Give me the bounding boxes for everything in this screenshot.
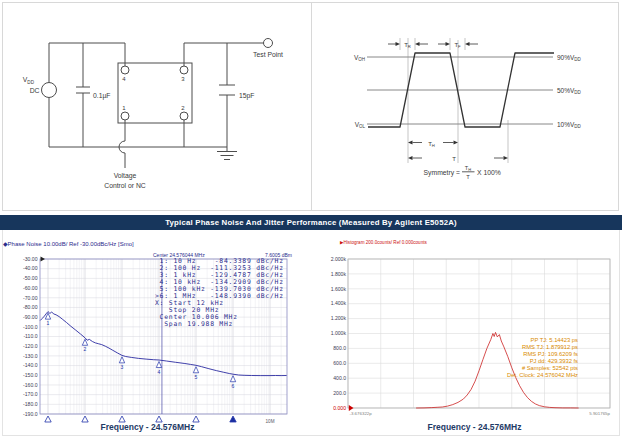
y-axis-tick-label: -170.0 <box>23 391 38 397</box>
x-axis-right-label: 5.901765p <box>589 411 610 416</box>
ic-pin-3 <box>180 66 188 74</box>
symmetry-denominator: T <box>466 174 470 180</box>
y-axis-tick-label: -110.0 <box>23 333 37 339</box>
curve-marker-number: 6 <box>232 383 235 389</box>
section-banner-title: Typical Phase Noise And Jitter Performan… <box>165 218 457 227</box>
test-circuit-diagram: VDD DC 0.1µF 15pF Test Point 4 3 1 2 Vol… <box>0 0 311 211</box>
jitter-statistics: PP TJ: 5.14423 psRMS TJ: 1.879912 psRMS … <box>451 337 578 379</box>
histogram-header: ▶Histogram 200.0counts/ Ref 0.000counts <box>340 240 427 245</box>
voh-label: VOH <box>354 54 365 63</box>
y-axis-tick-label: -40.00 <box>23 265 38 271</box>
curve-marker-number: 3 <box>121 364 124 370</box>
y-axis-tick-label: 0.000 <box>333 405 346 411</box>
ic-pin-4 <box>121 66 129 74</box>
load-capacitor <box>219 43 235 147</box>
symmetry-numerator: TH <box>465 165 471 172</box>
bypass-cap-label: 0.1µF <box>93 92 111 100</box>
high-time-label: TH <box>428 141 435 148</box>
phase-noise-chart: -30.00-40.00-50.00-60.00-70.00-80.00-90.… <box>0 236 311 436</box>
y-axis-tick-label: -190.0 <box>23 411 38 417</box>
ground-symbol <box>217 147 237 160</box>
dimension-arrows <box>388 42 508 172</box>
fall-time-label: TF <box>454 42 461 49</box>
vol-label: VOL <box>355 121 366 130</box>
pin1-label: 1 <box>122 105 126 111</box>
pin2-label: 2 <box>181 105 185 111</box>
y-axis-tick-label: -150.0 <box>23 372 38 378</box>
circuit-labels: VDD DC 0.1µF 15pF Test Point 4 3 1 2 Vol… <box>23 51 283 189</box>
vdd-label: VDD <box>23 76 35 85</box>
waveform-timing-diagram: VOH VOL 90%VDD 50%VDD 10%VDD TR TF TH T … <box>311 0 622 211</box>
curve-marker-number: 5 <box>195 374 198 380</box>
vdd-wire <box>49 43 125 83</box>
phase-noise-axis-title: Frequency - 24.576MHz <box>0 422 303 432</box>
jitter-histogram-chart: 2.000k1.800k1.600k1.400k1.200k1.000k800.… <box>311 236 622 436</box>
y-axis-tick-label: 1.200k <box>331 315 347 321</box>
y-axis-tick-label: -70.00 <box>23 295 38 301</box>
y-axis-tick-label: 1.000k <box>331 330 347 336</box>
period-label: T <box>452 156 456 162</box>
y-axis-tick-label: -60.00 <box>23 285 38 291</box>
level-90-label: 90%VDD <box>557 54 582 63</box>
marker-info-line: Span 19.988 MHz <box>155 321 284 328</box>
y-axis-tick-label: -120.0 <box>23 343 38 349</box>
y-axis-tick-label: 200.0 <box>333 390 346 396</box>
level-10-label: 10%VDD <box>557 121 582 130</box>
y-axis-tick-label: 400.0 <box>333 375 346 381</box>
y-axis-tick-label: -140.0 <box>23 362 38 368</box>
ic-pin-1 <box>121 112 129 120</box>
histogram-axis-title: Frequency - 24.576MHz <box>319 422 622 432</box>
bypass-capacitor <box>76 43 90 147</box>
symmetry-suffix: X 100% <box>477 169 501 176</box>
y-axis-tick-label: -130.0 <box>23 353 38 359</box>
y-axis-tick-label: -100.0 <box>23 324 38 330</box>
symmetry-label: Symmetry = <box>424 169 460 177</box>
marker-table: 1: 10 Hz -84.3389 dBc/Hz 2: 100 Hz -111.… <box>155 258 284 328</box>
y-axis-tick-label: 1.400k <box>331 300 347 306</box>
curve-marker-number: 2 <box>84 346 87 352</box>
load-cap-label: 15pF <box>239 92 255 100</box>
circuit-wires <box>42 39 273 169</box>
y-axis-tick-label: -50.00 <box>23 275 38 281</box>
y-axis-tick-label: -30.00 <box>23 256 38 262</box>
y-axis-tick-label: -160.0 <box>23 382 38 388</box>
test-point-label: Test Point <box>253 51 283 58</box>
jitter-stat-line: PJ dd: 429.3932 fs <box>451 358 578 365</box>
pin4-label: 4 <box>122 76 126 82</box>
jitter-stat-line: Det. Clock: 24.576042 MHz <box>451 372 578 379</box>
ic-pin-2 <box>180 112 188 120</box>
jitter-stat-line: RMS PJ: 109.6209 fs <box>451 351 578 358</box>
ref-level-arrow-icon <box>41 257 46 262</box>
jitter-histogram-plot: 2.000k1.800k1.600k1.400k1.200k1.000k800.… <box>311 236 622 436</box>
dc-source <box>42 83 57 98</box>
y-axis-tick-label: -180.0 <box>23 401 38 407</box>
y-axis-tick-label: 1.600k <box>331 286 347 292</box>
level-50-label: 50%VDD <box>557 87 582 96</box>
control-label-line2: Control or NC <box>104 182 146 189</box>
rise-time-label: TR <box>404 42 411 49</box>
datasheet-page: VDD DC 0.1µF 15pF Test Point 4 3 1 2 Vol… <box>0 0 622 441</box>
pin3-label: 3 <box>181 76 185 82</box>
jitter-stat-line: RMS TJ: 1.879912 ps <box>451 344 578 351</box>
y-axis-tick-label: 1.800k <box>331 271 347 277</box>
jitter-stat-line: PP TJ: 5.14423 ps <box>451 337 578 344</box>
curve-marker-number: 4 <box>158 369 161 375</box>
timing-labels: VOH VOL 90%VDD 50%VDD 10%VDD TR TF TH T … <box>354 42 582 180</box>
y-axis-tick-label: -90.00 <box>23 314 38 320</box>
test-point-terminal <box>264 39 273 48</box>
control-wire <box>119 120 125 168</box>
jitter-stat-line: # Samples: 52542 pts <box>451 365 578 372</box>
y-axis-tick-label: -80.00 <box>23 304 38 310</box>
curve-marker-number: 1 <box>47 320 50 326</box>
phase-noise-header: ◆Phase Noise 10.00dB/ Ref -30.00dBc/Hz [… <box>3 240 134 247</box>
reference-lines <box>367 57 553 124</box>
output-wire <box>184 43 264 66</box>
y-axis-tick-label: 600.0 <box>333 360 346 366</box>
y-axis-tick-label: 800.0 <box>333 345 346 351</box>
y-axis-tick-label: 2.000k <box>331 256 347 262</box>
control-label-line1: Voltage <box>114 172 137 180</box>
x-axis-left-label: -3.676322p <box>350 411 373 416</box>
dc-label: DC <box>30 87 40 94</box>
section-banner: Typical Phase Noise And Jitter Performan… <box>0 215 622 230</box>
